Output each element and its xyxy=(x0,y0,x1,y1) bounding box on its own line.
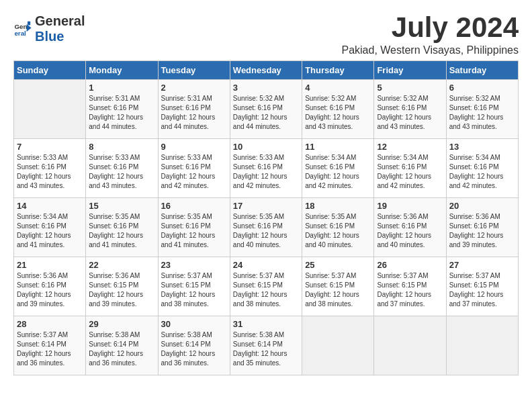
day-number: 6 xyxy=(449,83,515,93)
day-number: 25 xyxy=(305,260,371,270)
day-number: 23 xyxy=(161,260,227,270)
day-number: 28 xyxy=(17,319,83,329)
calendar-cell: 15Sunrise: 5:35 AM Sunset: 6:16 PM Dayli… xyxy=(86,198,158,257)
day-number: 7 xyxy=(17,142,83,152)
calendar-cell: 17Sunrise: 5:35 AM Sunset: 6:16 PM Dayli… xyxy=(230,198,302,257)
calendar-cell: 18Sunrise: 5:35 AM Sunset: 6:16 PM Dayli… xyxy=(302,198,374,257)
calendar-cell: 1Sunrise: 5:31 AM Sunset: 6:16 PM Daylig… xyxy=(86,80,158,139)
calendar-cell: 6Sunrise: 5:32 AM Sunset: 6:16 PM Daylig… xyxy=(446,80,518,139)
calendar-cell: 29Sunrise: 5:38 AM Sunset: 6:14 PM Dayli… xyxy=(86,316,158,375)
day-number: 26 xyxy=(377,260,443,270)
day-number: 11 xyxy=(305,142,371,152)
logo-icon: Gen eral xyxy=(13,19,32,38)
calendar-cell xyxy=(14,80,86,139)
day-info: Sunrise: 5:35 AM Sunset: 6:16 PM Dayligh… xyxy=(89,212,154,250)
day-info: Sunrise: 5:33 AM Sunset: 6:16 PM Dayligh… xyxy=(17,153,83,191)
day-number: 22 xyxy=(89,260,154,270)
day-info: Sunrise: 5:37 AM Sunset: 6:14 PM Dayligh… xyxy=(17,330,83,368)
day-info: Sunrise: 5:34 AM Sunset: 6:16 PM Dayligh… xyxy=(377,153,443,191)
calendar-cell xyxy=(302,316,374,375)
calendar-table: SundayMondayTuesdayWednesdayThursdayFrid… xyxy=(13,60,519,375)
calendar-cell: 16Sunrise: 5:35 AM Sunset: 6:16 PM Dayli… xyxy=(158,198,230,257)
day-info: Sunrise: 5:32 AM Sunset: 6:16 PM Dayligh… xyxy=(305,94,371,132)
day-info: Sunrise: 5:37 AM Sunset: 6:15 PM Dayligh… xyxy=(305,271,371,309)
calendar-cell: 12Sunrise: 5:34 AM Sunset: 6:16 PM Dayli… xyxy=(374,139,446,198)
calendar-cell: 14Sunrise: 5:34 AM Sunset: 6:16 PM Dayli… xyxy=(14,198,86,257)
day-info: Sunrise: 5:31 AM Sunset: 6:16 PM Dayligh… xyxy=(89,94,154,132)
day-number: 24 xyxy=(233,260,299,270)
calendar-week-row: 28Sunrise: 5:37 AM Sunset: 6:14 PM Dayli… xyxy=(14,316,519,375)
day-info: Sunrise: 5:38 AM Sunset: 6:14 PM Dayligh… xyxy=(161,330,227,368)
calendar-cell: 13Sunrise: 5:34 AM Sunset: 6:16 PM Dayli… xyxy=(446,139,518,198)
day-info: Sunrise: 5:38 AM Sunset: 6:14 PM Dayligh… xyxy=(233,330,299,368)
calendar-week-row: 21Sunrise: 5:36 AM Sunset: 6:16 PM Dayli… xyxy=(14,257,519,316)
day-number: 31 xyxy=(233,319,299,329)
day-number: 4 xyxy=(305,83,371,93)
day-info: Sunrise: 5:37 AM Sunset: 6:15 PM Dayligh… xyxy=(449,271,515,309)
day-info: Sunrise: 5:33 AM Sunset: 6:16 PM Dayligh… xyxy=(233,153,299,191)
day-number: 27 xyxy=(449,260,515,270)
month-year-title: July 2024 xyxy=(341,13,519,42)
day-number: 18 xyxy=(305,201,371,211)
calendar-week-row: 1Sunrise: 5:31 AM Sunset: 6:16 PM Daylig… xyxy=(14,80,519,139)
logo-general: General xyxy=(35,13,85,28)
day-info: Sunrise: 5:34 AM Sunset: 6:16 PM Dayligh… xyxy=(305,153,371,191)
day-number: 20 xyxy=(449,201,515,211)
day-number: 3 xyxy=(233,83,299,93)
day-info: Sunrise: 5:36 AM Sunset: 6:16 PM Dayligh… xyxy=(17,271,83,309)
svg-text:eral: eral xyxy=(14,30,26,37)
logo-blue: Blue xyxy=(35,29,64,44)
calendar-cell: 7Sunrise: 5:33 AM Sunset: 6:16 PM Daylig… xyxy=(14,139,86,198)
weekday-header-thursday: Thursday xyxy=(302,61,374,80)
day-info: Sunrise: 5:37 AM Sunset: 6:15 PM Dayligh… xyxy=(377,271,443,309)
calendar-cell: 5Sunrise: 5:32 AM Sunset: 6:16 PM Daylig… xyxy=(374,80,446,139)
day-number: 29 xyxy=(89,319,154,329)
day-number: 15 xyxy=(89,201,154,211)
day-info: Sunrise: 5:35 AM Sunset: 6:16 PM Dayligh… xyxy=(233,212,299,250)
logo-text: General Blue xyxy=(35,13,85,44)
calendar-cell: 8Sunrise: 5:33 AM Sunset: 6:16 PM Daylig… xyxy=(86,139,158,198)
calendar-cell: 9Sunrise: 5:33 AM Sunset: 6:16 PM Daylig… xyxy=(158,139,230,198)
title-area: July 2024 Pakiad, Western Visayas, Phili… xyxy=(341,13,519,56)
day-number: 12 xyxy=(377,142,443,152)
calendar-cell: 4Sunrise: 5:32 AM Sunset: 6:16 PM Daylig… xyxy=(302,80,374,139)
day-info: Sunrise: 5:34 AM Sunset: 6:16 PM Dayligh… xyxy=(449,153,515,191)
page-header: Gen eral General Blue July 2024 Pakiad, … xyxy=(13,13,519,56)
weekday-header-wednesday: Wednesday xyxy=(230,61,302,80)
calendar-cell xyxy=(374,316,446,375)
svg-rect-3 xyxy=(28,21,30,26)
calendar-cell: 31Sunrise: 5:38 AM Sunset: 6:14 PM Dayli… xyxy=(230,316,302,375)
day-number: 19 xyxy=(377,201,443,211)
calendar-cell: 21Sunrise: 5:36 AM Sunset: 6:16 PM Dayli… xyxy=(14,257,86,316)
day-info: Sunrise: 5:32 AM Sunset: 6:16 PM Dayligh… xyxy=(377,94,443,132)
day-info: Sunrise: 5:35 AM Sunset: 6:16 PM Dayligh… xyxy=(305,212,371,250)
svg-marker-2 xyxy=(27,24,32,32)
day-number: 9 xyxy=(161,142,227,152)
weekday-header-monday: Monday xyxy=(86,61,158,80)
day-number: 17 xyxy=(233,201,299,211)
day-info: Sunrise: 5:36 AM Sunset: 6:15 PM Dayligh… xyxy=(89,271,154,309)
day-number: 5 xyxy=(377,83,443,93)
calendar-cell: 3Sunrise: 5:32 AM Sunset: 6:16 PM Daylig… xyxy=(230,80,302,139)
day-number: 8 xyxy=(89,142,154,152)
calendar-cell: 2Sunrise: 5:31 AM Sunset: 6:16 PM Daylig… xyxy=(158,80,230,139)
calendar-cell: 20Sunrise: 5:36 AM Sunset: 6:16 PM Dayli… xyxy=(446,198,518,257)
calendar-cell: 30Sunrise: 5:38 AM Sunset: 6:14 PM Dayli… xyxy=(158,316,230,375)
day-info: Sunrise: 5:31 AM Sunset: 6:16 PM Dayligh… xyxy=(161,94,227,132)
calendar-week-row: 14Sunrise: 5:34 AM Sunset: 6:16 PM Dayli… xyxy=(14,198,519,257)
day-info: Sunrise: 5:32 AM Sunset: 6:16 PM Dayligh… xyxy=(449,94,515,132)
day-info: Sunrise: 5:38 AM Sunset: 6:14 PM Dayligh… xyxy=(89,330,154,368)
day-number: 13 xyxy=(449,142,515,152)
weekday-header-tuesday: Tuesday xyxy=(158,61,230,80)
day-info: Sunrise: 5:33 AM Sunset: 6:16 PM Dayligh… xyxy=(161,153,227,191)
day-number: 21 xyxy=(17,260,83,270)
day-number: 1 xyxy=(89,83,154,93)
day-number: 30 xyxy=(161,319,227,329)
calendar-cell: 28Sunrise: 5:37 AM Sunset: 6:14 PM Dayli… xyxy=(14,316,86,375)
weekday-header-saturday: Saturday xyxy=(446,61,518,80)
calendar-cell: 19Sunrise: 5:36 AM Sunset: 6:16 PM Dayli… xyxy=(374,198,446,257)
day-info: Sunrise: 5:32 AM Sunset: 6:16 PM Dayligh… xyxy=(233,94,299,132)
calendar-cell: 23Sunrise: 5:37 AM Sunset: 6:15 PM Dayli… xyxy=(158,257,230,316)
weekday-header-friday: Friday xyxy=(374,61,446,80)
day-number: 10 xyxy=(233,142,299,152)
